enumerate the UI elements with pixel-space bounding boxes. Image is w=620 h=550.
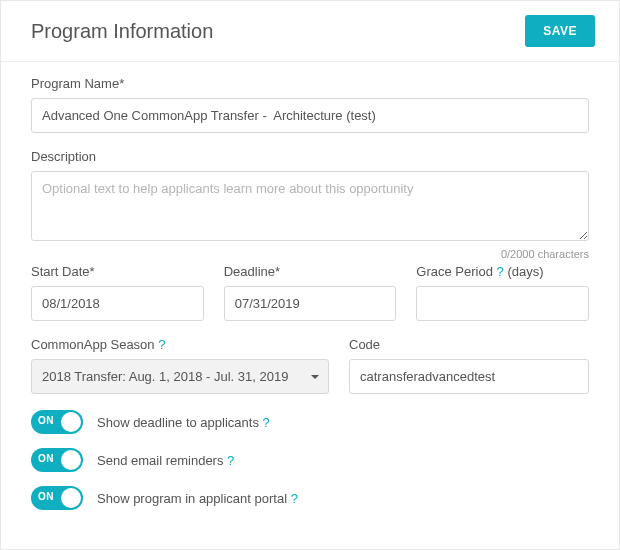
deadline-input[interactable]	[224, 286, 397, 321]
season-row: CommonApp Season ? 2018 Transfer: Aug. 1…	[31, 337, 589, 394]
grace-help-icon[interactable]: ?	[497, 264, 504, 279]
program-info-card: Program Information SAVE Program Name* D…	[0, 0, 620, 550]
grace-label: Grace Period ? (days)	[416, 264, 589, 279]
show-portal-toggle[interactable]: ON	[31, 486, 83, 510]
code-label: Code	[349, 337, 589, 352]
program-name-label: Program Name*	[31, 76, 589, 91]
dates-row: Start Date* Deadline* Grace Period ? (da…	[31, 264, 589, 321]
card-header: Program Information SAVE	[1, 1, 619, 62]
card-body: Program Name* Description 0/2000 charact…	[1, 62, 619, 544]
toggles-section: ON Show deadline to applicants ? ON Send…	[31, 410, 589, 510]
toggle-knob-icon	[61, 412, 81, 432]
description-textarea[interactable]	[31, 171, 589, 241]
show-deadline-label: Show deadline to applicants ?	[97, 415, 270, 430]
season-help-icon[interactable]: ?	[158, 337, 165, 352]
season-dropdown-wrap: 2018 Transfer: Aug. 1, 2018 - Jul. 31, 2…	[31, 359, 329, 394]
start-date-input[interactable]	[31, 286, 204, 321]
email-reminders-toggle[interactable]: ON	[31, 448, 83, 472]
description-label: Description	[31, 149, 589, 164]
toggle-knob-icon	[61, 450, 81, 470]
show-deadline-toggle-row: ON Show deadline to applicants ?	[31, 410, 589, 434]
toggle-on-label: ON	[38, 453, 54, 464]
toggle-on-label: ON	[38, 415, 54, 426]
char-count: 0/2000 characters	[31, 248, 589, 260]
program-name-group: Program Name*	[31, 76, 589, 133]
toggle-knob-icon	[61, 488, 81, 508]
program-name-input[interactable]	[31, 98, 589, 133]
grace-input[interactable]	[416, 286, 589, 321]
email-reminders-label: Send email reminders ?	[97, 453, 234, 468]
show-portal-toggle-row: ON Show program in applicant portal ?	[31, 486, 589, 510]
show-portal-help-icon[interactable]: ?	[291, 491, 298, 506]
season-label: CommonApp Season ?	[31, 337, 329, 352]
show-deadline-toggle[interactable]: ON	[31, 410, 83, 434]
email-reminders-toggle-row: ON Send email reminders ?	[31, 448, 589, 472]
toggle-on-label: ON	[38, 491, 54, 502]
email-reminders-help-icon[interactable]: ?	[227, 453, 234, 468]
show-portal-label: Show program in applicant portal ?	[97, 491, 298, 506]
page-title: Program Information	[31, 20, 213, 43]
code-group: Code	[349, 337, 589, 394]
deadline-group: Deadline*	[224, 264, 397, 321]
grace-group: Grace Period ? (days)	[416, 264, 589, 321]
save-button[interactable]: SAVE	[525, 15, 595, 47]
start-date-label: Start Date*	[31, 264, 204, 279]
description-group: Description 0/2000 characters	[31, 149, 589, 260]
show-deadline-help-icon[interactable]: ?	[263, 415, 270, 430]
deadline-label: Deadline*	[224, 264, 397, 279]
code-input[interactable]	[349, 359, 589, 394]
start-date-group: Start Date*	[31, 264, 204, 321]
season-group: CommonApp Season ? 2018 Transfer: Aug. 1…	[31, 337, 329, 394]
season-dropdown[interactable]: 2018 Transfer: Aug. 1, 2018 - Jul. 31, 2…	[31, 359, 329, 394]
